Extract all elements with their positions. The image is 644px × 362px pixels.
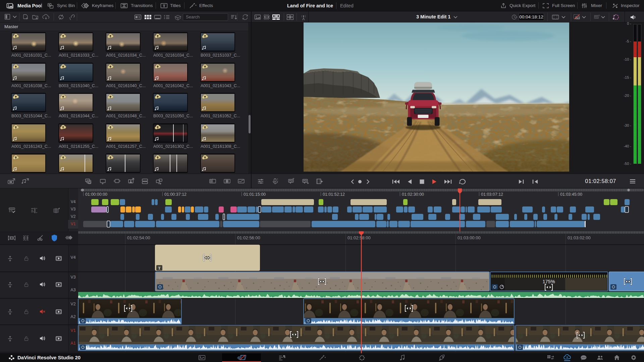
svg-text:T: T (158, 266, 161, 270)
svg-text:POI: POI (303, 180, 307, 182)
svg-text:T: T (163, 4, 165, 8)
svg-text:175%: 175% (542, 279, 555, 284)
svg-text:POI: POI (289, 180, 293, 182)
